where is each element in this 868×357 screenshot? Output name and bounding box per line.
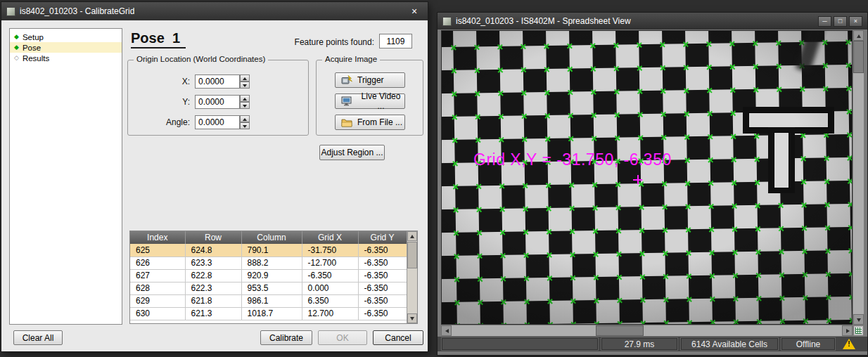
- feature-point-marker: [637, 65, 643, 71]
- feature-point-marker: [776, 86, 782, 92]
- cancel-button[interactable]: Cancel: [373, 330, 423, 345]
- table-row[interactable]: 627622.8920.9-6.350-6.350: [130, 269, 407, 282]
- calibrategrid-titlebar[interactable]: is8402_010203 - CalibrateGrid ×: [1, 2, 428, 20]
- feature-point-marker: [568, 181, 575, 188]
- maximize-icon[interactable]: □: [834, 16, 847, 27]
- button-label: Clear All: [23, 333, 54, 343]
- feature-point-marker: [662, 227, 668, 233]
- scroll-thumb[interactable]: [853, 41, 864, 73]
- feature-point-marker: [709, 273, 715, 279]
- feature-point-marker: [500, 275, 506, 282]
- feature-point-marker: [752, 40, 758, 46]
- scroll-up-icon[interactable]: [407, 231, 417, 241]
- spin-up-icon[interactable]: [240, 74, 250, 82]
- feature-point-marker: [453, 253, 459, 259]
- scroll-right-icon[interactable]: [842, 325, 853, 336]
- feature-point-marker: [846, 131, 853, 138]
- feature-point-marker: [521, 89, 527, 96]
- table-column-header[interactable]: Index: [130, 231, 185, 244]
- close-icon[interactable]: ×: [406, 6, 423, 17]
- horizontal-scrollbar[interactable]: [441, 325, 853, 336]
- feature-point-marker: [499, 206, 506, 212]
- spreadsheet-body: Grid X,Y = -31.750, -6.350 27.9 ms 6143 …: [438, 30, 867, 355]
- table-cell: -6.350: [358, 269, 407, 282]
- feature-point-marker: [663, 297, 669, 303]
- table-column-header[interactable]: Grid X: [302, 231, 358, 244]
- feature-point-marker: [731, 202, 737, 209]
- scroll-up-icon[interactable]: [853, 30, 864, 41]
- trigger-button[interactable]: Trigger: [335, 72, 405, 88]
- feature-point-marker: [708, 249, 715, 256]
- from-file-button[interactable]: From File ...: [335, 115, 405, 130]
- scroll-down-icon[interactable]: [853, 314, 864, 325]
- spin-down-icon[interactable]: [240, 122, 250, 129]
- ok-button[interactable]: OK: [318, 330, 367, 345]
- feature-point-marker: [848, 247, 853, 254]
- y-input[interactable]: [195, 95, 240, 109]
- feature-point-marker: [848, 224, 853, 231]
- feature-point-marker: [593, 274, 599, 280]
- feature-point-marker: [454, 299, 460, 306]
- table-cell: -6.350: [358, 282, 407, 294]
- table-cell: 628: [130, 282, 185, 294]
- x-input[interactable]: [195, 74, 240, 89]
- camera-image-view[interactable]: Grid X,Y = -31.750, -6.350: [441, 30, 853, 325]
- vertical-scrollbar[interactable]: [853, 30, 864, 325]
- feature-point-marker: [616, 297, 623, 304]
- table-cell: 790.1: [241, 244, 302, 257]
- clear-all-button[interactable]: Clear All: [13, 330, 63, 345]
- available-cells: 6143 Available Cells: [681, 338, 778, 350]
- feature-point-marker: [684, 180, 691, 186]
- feature-point-marker: [613, 65, 620, 72]
- status-bar: 27.9 ms 6143 Available Cells Offline !: [438, 337, 867, 351]
- feature-point-marker: [707, 134, 713, 140]
- spreadsheet-toggle-button[interactable]: [853, 325, 864, 336]
- table-column-header[interactable]: Grid Y: [358, 231, 407, 244]
- feature-point-marker: [685, 249, 691, 256]
- close-icon[interactable]: ×: [849, 16, 862, 27]
- x-stepper: [240, 74, 250, 89]
- table-row[interactable]: 629621.8986.16.350-6.350: [130, 294, 407, 307]
- table-row[interactable]: 630621.31018.712.700-6.350: [130, 307, 407, 320]
- calibrate-button[interactable]: Calibrate: [260, 330, 312, 345]
- feature-point-marker: [614, 112, 620, 118]
- table-row[interactable]: 625624.8790.1-31.750-6.350: [130, 244, 407, 257]
- spin-up-icon[interactable]: [240, 95, 250, 102]
- adjust-region-button[interactable]: Adjust Region ...: [319, 145, 385, 160]
- spreadsheet-titlebar[interactable]: is8402_010203 - IS8402M - Spreadsheet Vi…: [438, 13, 867, 30]
- feature-point-marker: [730, 110, 736, 116]
- x-field: [195, 74, 250, 89]
- sidebar-item-setup[interactable]: ◆ Setup: [10, 32, 122, 42]
- spin-down-icon[interactable]: [240, 82, 250, 89]
- scroll-thumb[interactable]: [407, 242, 417, 268]
- sidebar-item-pose[interactable]: ◆ Pose: [10, 42, 122, 53]
- window-controls: ─ □ ×: [818, 16, 862, 27]
- feature-point-marker: [637, 88, 643, 94]
- scroll-left-icon[interactable]: [441, 325, 452, 336]
- table-cell: 986.1: [241, 294, 302, 307]
- camera-trigger-icon: [341, 75, 352, 85]
- feature-point-marker: [569, 205, 575, 211]
- feature-point-marker: [476, 206, 483, 212]
- scroll-down-icon[interactable]: [407, 313, 417, 323]
- table-scrollbar[interactable]: [407, 231, 417, 323]
- spin-down-icon[interactable]: [240, 102, 250, 109]
- sidebar-item-results[interactable]: ◇ Results: [10, 53, 122, 63]
- angle-input[interactable]: [195, 115, 240, 129]
- scroll-thumb[interactable]: [596, 325, 644, 336]
- table-row[interactable]: 626623.3888.2-12.700-6.350: [130, 257, 407, 269]
- warning-icon[interactable]: !: [841, 338, 857, 350]
- feature-point-marker: [822, 39, 828, 45]
- spin-up-icon[interactable]: [240, 115, 250, 122]
- live-video-button[interactable]: Live Video ...: [335, 93, 405, 109]
- table-cell: -6.350: [358, 307, 407, 320]
- table-row[interactable]: 628622.3953.50.000-6.350: [130, 282, 407, 294]
- dialog-body: ◆ Setup ◆ Pose ◇ Results Pose 1 Feature …: [1, 20, 428, 351]
- table-cell: 953.5: [241, 282, 302, 294]
- feature-point-marker: [521, 112, 528, 119]
- grid-points-table-body: 625624.8790.1-31.750-6.350626623.3888.2-…: [130, 244, 407, 320]
- feature-point-marker: [544, 89, 550, 96]
- table-column-header[interactable]: Row: [185, 231, 241, 244]
- minimize-icon[interactable]: ─: [818, 16, 831, 27]
- table-column-header[interactable]: Column: [241, 231, 302, 244]
